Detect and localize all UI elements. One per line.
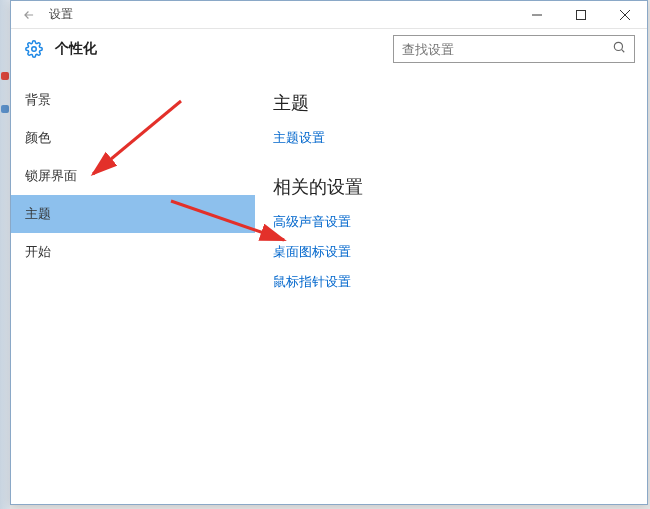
svg-rect-1	[577, 10, 586, 19]
sidebar-item-label: 主题	[25, 205, 51, 223]
link-advanced-sound[interactable]: 高级声音设置	[273, 213, 635, 231]
page-title: 个性化	[55, 40, 393, 58]
gear-icon	[25, 39, 45, 59]
sidebar-item-lockscreen[interactable]: 锁屏界面	[11, 157, 255, 195]
svg-point-5	[614, 42, 622, 50]
body: 背景 颜色 锁屏界面 主题 开始 主题 主题设置 相关的设置 高级声音设置 桌面…	[11, 69, 647, 504]
background-window-edge	[0, 0, 10, 509]
maximize-button[interactable]	[559, 1, 603, 29]
sidebar-item-label: 锁屏界面	[25, 167, 77, 185]
sidebar-item-color[interactable]: 颜色	[11, 119, 255, 157]
window-controls	[515, 1, 647, 29]
svg-line-6	[622, 50, 625, 53]
sidebar-item-start[interactable]: 开始	[11, 233, 255, 271]
sidebar-item-label: 颜色	[25, 129, 51, 147]
section-title-theme: 主题	[273, 91, 635, 115]
edge-decoration	[1, 105, 9, 113]
close-button[interactable]	[603, 1, 647, 29]
titlebar: 设置	[11, 1, 647, 29]
link-theme-settings[interactable]: 主题设置	[273, 129, 635, 147]
search-icon	[612, 40, 626, 58]
search-box[interactable]	[393, 35, 635, 63]
minimize-button[interactable]	[515, 1, 559, 29]
link-mouse-pointer[interactable]: 鼠标指针设置	[273, 273, 635, 291]
sidebar-item-label: 开始	[25, 243, 51, 261]
link-desktop-icons[interactable]: 桌面图标设置	[273, 243, 635, 261]
settings-window: 设置 个性化 背景 颜色 锁屏界面	[10, 0, 648, 505]
svg-point-4	[32, 47, 37, 52]
sidebar: 背景 颜色 锁屏界面 主题 开始	[11, 69, 255, 504]
content-pane: 主题 主题设置 相关的设置 高级声音设置 桌面图标设置 鼠标指针设置	[255, 69, 647, 504]
sidebar-item-background[interactable]: 背景	[11, 81, 255, 119]
header-row: 个性化	[11, 29, 647, 69]
edge-decoration	[1, 72, 9, 80]
sidebar-item-label: 背景	[25, 91, 51, 109]
search-input[interactable]	[402, 42, 612, 57]
section-title-related: 相关的设置	[273, 175, 635, 199]
sidebar-item-theme[interactable]: 主题	[11, 195, 255, 233]
window-title: 设置	[49, 6, 515, 23]
back-button[interactable]	[19, 5, 39, 25]
